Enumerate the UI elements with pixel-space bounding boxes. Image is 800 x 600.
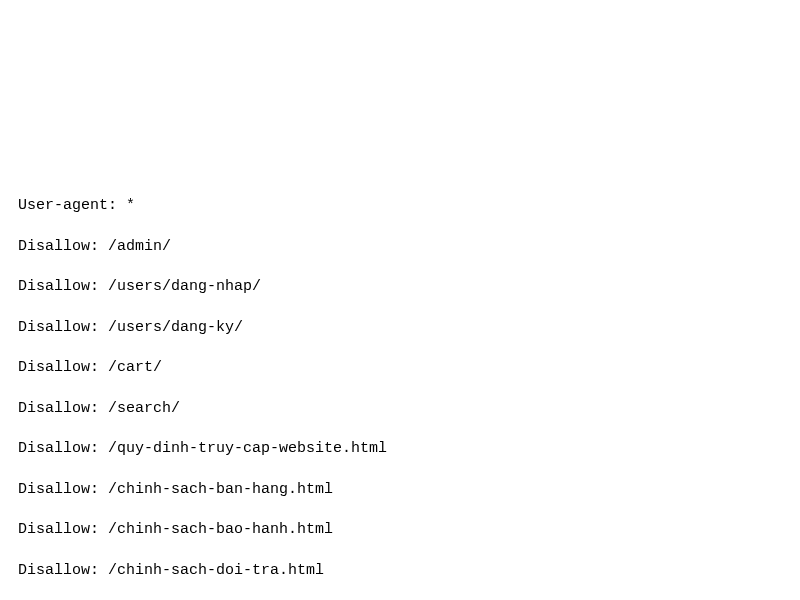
disallow-line: Disallow: /users/dang-ky/	[18, 318, 800, 338]
disallow-line: Disallow: /chinh-sach-bao-hanh.html	[18, 520, 800, 540]
disallow-line: Disallow: /chinh-sach-ban-hang.html	[18, 480, 800, 500]
user-agent-line: User-agent: *	[18, 196, 800, 216]
disallow-line: Disallow: /chinh-sach-doi-tra.html	[18, 561, 800, 581]
disallow-line: Disallow: /admin/	[18, 237, 800, 257]
disallow-line: Disallow: /quy-dinh-truy-cap-website.htm…	[18, 439, 800, 459]
disallow-line: Disallow: /users/dang-nhap/	[18, 277, 800, 297]
disallow-line: Disallow: /search/	[18, 399, 800, 419]
disallow-line: Disallow: /cart/	[18, 358, 800, 378]
